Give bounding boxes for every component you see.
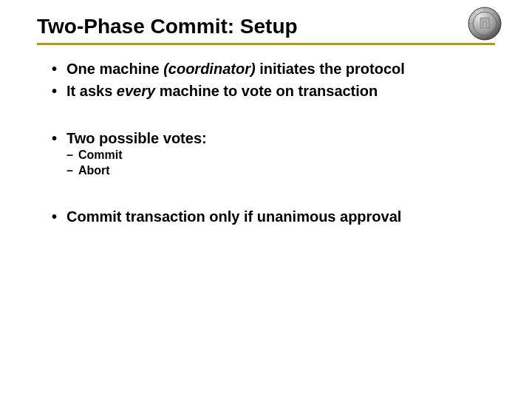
bullet-3-text: Two possible votes: [66, 130, 207, 146]
slide-body: One machine (coordinator) initiates the … [52, 59, 488, 229]
bullet-2-text-c: machine to vote on transaction [155, 83, 378, 99]
bullet-1-text-a: One machine [66, 61, 163, 77]
bullet-1-coordinator: (coordinator) [163, 61, 255, 77]
bullet-3-sub-2: Abort [66, 163, 488, 179]
bullet-2-text-a: It asks [66, 83, 117, 99]
title-area: Two-Phase Commit: Setup [37, 15, 495, 45]
bullet-1: One machine (coordinator) initiates the … [52, 59, 488, 78]
bullet-3-sub-1: Commit [66, 148, 488, 163]
bullet-4: Commit transaction only if unanimous app… [52, 207, 488, 226]
bullet-2-every: every [117, 83, 155, 99]
bullet-2: It asks every machine to vote on transac… [52, 81, 488, 100]
title-underline [37, 43, 495, 45]
slide: Two-Phase Commit: Setup One machine (coo… [0, 0, 532, 399]
bullet-3: Two possible votes: Commit Abort [52, 129, 488, 179]
bullet-1-text-c: initiates the protocol [256, 61, 405, 77]
slide-title: Two-Phase Commit: Setup [37, 15, 495, 38]
